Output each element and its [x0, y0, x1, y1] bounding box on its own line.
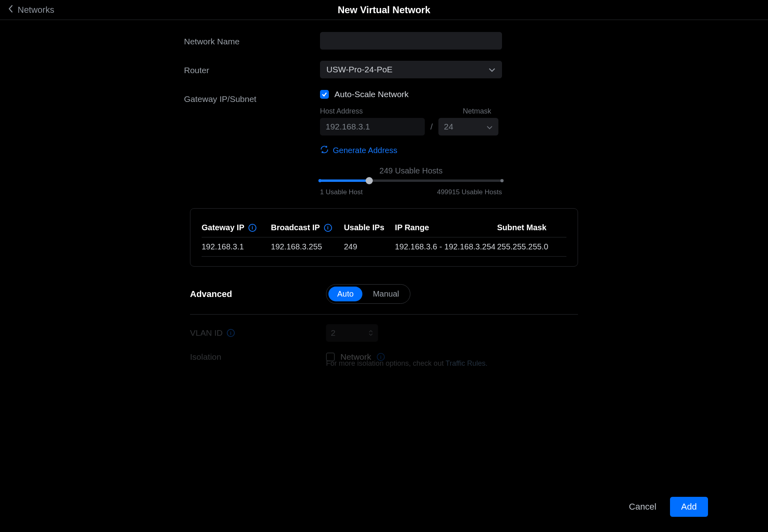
subnet-table: Gateway IP i Broadcast IP i Usable IPs I…	[202, 218, 566, 257]
info-icon[interactable]: i	[324, 224, 332, 232]
isolation-note-link: Traffic Rules.	[446, 359, 488, 367]
host-address-label: Host Address	[320, 107, 363, 116]
auto-scale-row: Auto-Scale Network	[320, 90, 584, 99]
chevron-down-icon	[488, 65, 496, 74]
td-usable-ips: 249	[344, 237, 395, 257]
advanced-manual-button[interactable]: Manual	[364, 287, 408, 301]
th-usable-ips: Usable IPs	[344, 218, 395, 237]
usable-hosts-current: 249 Usable Hosts	[320, 166, 502, 175]
row-network-name: Network Name	[184, 32, 584, 50]
page-header: Networks New Virtual Network	[0, 0, 768, 20]
slider-thumb[interactable]	[366, 177, 373, 184]
slider-fill	[320, 179, 369, 182]
advanced-mode-segmented: Auto Manual	[326, 284, 410, 304]
back-button[interactable]: Networks	[8, 5, 54, 15]
host-address-input[interactable]: 192.168.3.1	[320, 118, 425, 135]
vlan-id-label: VLAN ID	[190, 328, 223, 338]
advanced-label: Advanced	[190, 289, 326, 299]
subnet-header-row: Gateway IP i Broadcast IP i Usable IPs I…	[202, 218, 566, 237]
netmask-label: Netmask	[463, 107, 491, 116]
netmask-select[interactable]: 24	[438, 118, 498, 135]
td-subnet-mask: 255.255.255.0	[497, 237, 566, 257]
router-label: Router	[184, 61, 320, 75]
slash-separator: /	[430, 122, 433, 132]
sub-labels: Host Address Netmask	[320, 107, 584, 116]
add-button[interactable]: Add	[670, 497, 708, 517]
slider-end-labels: 1 Usable Host 499915 Usable Hosts	[320, 188, 502, 196]
row-advanced: Advanced Auto Manual	[190, 284, 578, 315]
netmask-value: 24	[444, 122, 453, 132]
subnet-data-row: 192.168.3.1 192.168.3.255 249 192.168.3.…	[202, 237, 566, 257]
host-row: 192.168.3.1 / 24	[320, 118, 584, 135]
isolation-note-text: For more isolation options, check out	[326, 359, 446, 367]
slider-min-dot	[318, 179, 322, 182]
refresh-icon	[320, 145, 329, 156]
th-ip-range: IP Range	[395, 218, 497, 237]
th-gateway-ip: Gateway IP	[202, 223, 244, 232]
advanced-auto-button[interactable]: Auto	[328, 287, 362, 301]
subnet-summary-card: Gateway IP i Broadcast IP i Usable IPs I…	[190, 208, 578, 267]
auto-scale-label: Auto-Scale Network	[334, 90, 409, 99]
isolation-label: Isolation	[190, 352, 221, 362]
row-vlan-id: VLAN ID i 2	[190, 324, 578, 342]
info-icon: i	[227, 329, 235, 337]
info-icon: i	[377, 353, 385, 361]
chevron-left-icon	[8, 5, 14, 15]
info-icon[interactable]: i	[248, 224, 256, 232]
vlan-id-stepper: 2	[326, 324, 378, 342]
cancel-button[interactable]: Cancel	[629, 502, 656, 512]
td-broadcast-ip: 192.168.3.255	[271, 237, 344, 257]
td-gateway-ip: 192.168.3.1	[202, 237, 271, 257]
chevron-down-icon	[486, 122, 493, 132]
th-subnet-mask: Subnet Mask	[497, 218, 566, 237]
back-label: Networks	[18, 5, 54, 15]
th-broadcast-ip: Broadcast IP	[271, 223, 320, 232]
isolation-note: For more isolation options, check out Tr…	[326, 359, 578, 368]
vlan-id-value: 2	[331, 328, 336, 338]
usable-hosts-min: 1 Usable Host	[320, 188, 363, 196]
gateway-label: Gateway IP/Subnet	[184, 90, 320, 104]
router-value: USW-Pro-24-PoE	[326, 65, 392, 74]
row-router: Router USW-Pro-24-PoE	[184, 61, 584, 78]
generate-label: Generate Address	[333, 146, 397, 155]
row-gateway: Gateway IP/Subnet Auto-Scale Network Hos…	[184, 90, 584, 196]
usable-hosts-max: 499915 Usable Hosts	[437, 188, 502, 196]
auto-scale-checkbox[interactable]	[320, 90, 329, 99]
network-name-label: Network Name	[184, 32, 320, 46]
hosts-slider-section: 249 Usable Hosts 1 Usable Host 499915 Us…	[320, 166, 502, 196]
hosts-slider[interactable]	[320, 179, 502, 182]
footer-actions: Cancel Add	[613, 493, 708, 521]
stepper-arrows	[368, 330, 373, 336]
generate-address-button[interactable]: Generate Address	[320, 145, 584, 156]
td-ip-range: 192.168.3.6 - 192.168.3.254	[395, 237, 497, 257]
network-name-input[interactable]	[320, 32, 502, 50]
advanced-dimmed-section: VLAN ID i 2 Isolation Network i For more…	[190, 324, 578, 368]
slider-max-dot	[500, 179, 504, 182]
page-title: New Virtual Network	[338, 4, 430, 16]
form-container: Network Name Router USW-Pro-24-PoE Gatew…	[184, 20, 584, 196]
router-select[interactable]: USW-Pro-24-PoE	[320, 61, 502, 78]
